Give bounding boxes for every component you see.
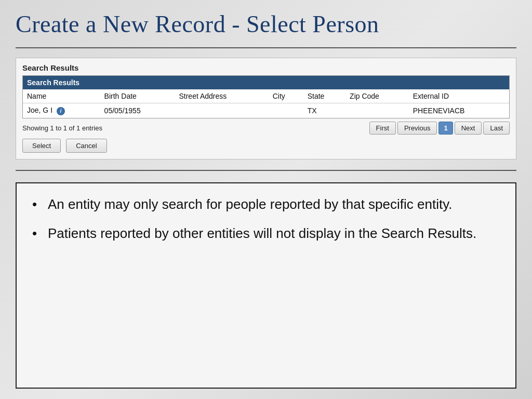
col-state: State: [303, 89, 345, 103]
info-icon[interactable]: i: [57, 107, 65, 115]
cell-street-address: [175, 103, 268, 118]
action-buttons: Select Cancel: [22, 139, 510, 153]
page-title: Create a New Record - Select Person: [16, 10, 516, 38]
cell-name: Joe, G I i: [23, 103, 100, 118]
col-external-id: External ID: [409, 89, 509, 103]
showing-text: Showing 1 to 1 of 1 entries: [22, 124, 102, 132]
search-results-outer-label: Search Results: [22, 63, 510, 72]
table-header-bar: Search Results: [23, 76, 509, 89]
cell-city: [269, 103, 303, 118]
previous-button[interactable]: Previous: [397, 122, 437, 135]
bottom-divider: [16, 170, 516, 171]
name-text: Joe, G I: [27, 106, 52, 114]
pagination-controls: First Previous 1 Next Last: [369, 122, 510, 135]
bullet-item-1: An entity may only search for people rep…: [32, 196, 500, 214]
current-page: 1: [438, 122, 453, 135]
search-results-table-wrapper: Search Results Name Birth Date Street Ad…: [22, 75, 510, 118]
col-street-address: Street Address: [175, 89, 268, 103]
first-button[interactable]: First: [369, 122, 396, 135]
bullet-list: An entity may only search for people rep…: [32, 196, 500, 243]
col-city: City: [269, 89, 303, 103]
pagination-row: Showing 1 to 1 of 1 entries First Previo…: [22, 122, 510, 135]
col-name: Name: [23, 89, 100, 103]
results-table: Name Birth Date Street Address City Stat…: [23, 89, 509, 118]
table-column-headers: Name Birth Date Street Address City Stat…: [23, 89, 509, 103]
bullet-item-2: Patients reported by other entities will…: [32, 225, 500, 243]
info-box: An entity may only search for people rep…: [16, 182, 516, 389]
cell-state: TX: [303, 103, 345, 118]
cancel-button[interactable]: Cancel: [66, 139, 107, 153]
next-button[interactable]: Next: [455, 122, 482, 135]
select-button[interactable]: Select: [22, 139, 61, 153]
col-zip-code: Zip Code: [345, 89, 409, 103]
search-results-panel: Search Results Search Results Name Birth…: [16, 58, 516, 159]
cell-external-id: PHEENEVIACB: [409, 103, 509, 118]
col-birth-date: Birth Date: [100, 89, 175, 103]
top-divider: [16, 47, 516, 48]
table-row: Joe, G I i 05/05/1955 TX PHEENEVIACB: [23, 103, 509, 118]
last-button[interactable]: Last: [483, 122, 510, 135]
cell-zip-code: [345, 103, 409, 118]
cell-birth-date: 05/05/1955: [100, 103, 175, 118]
